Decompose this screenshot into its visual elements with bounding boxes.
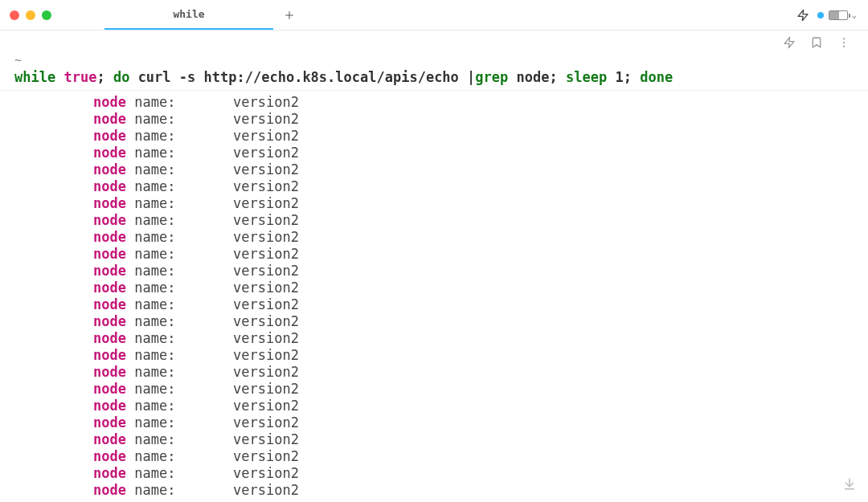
node-keyword: node [93, 431, 126, 447]
svg-marker-2 [798, 10, 808, 20]
spacer [175, 448, 233, 464]
node-keyword: node [93, 280, 126, 296]
node-keyword: node [93, 128, 126, 144]
kw-do: do [113, 69, 129, 85]
node-keyword: node [93, 161, 126, 178]
output-line: node name: version2 [0, 195, 868, 212]
name-label: name: [126, 145, 175, 161]
version-value: version2 [233, 94, 299, 110]
spacer [175, 280, 233, 296]
name-label: name: [126, 111, 175, 127]
spacer [175, 94, 233, 110]
node-keyword: node [93, 398, 126, 414]
bolt-icon[interactable] [796, 9, 809, 22]
command-line: while true; do curl -s http://echo.k8s.l… [0, 67, 868, 91]
action-row [0, 31, 868, 55]
node-keyword: node [93, 263, 126, 279]
name-label: name: [126, 195, 175, 211]
node-keyword: node [93, 465, 126, 481]
status-dot [817, 12, 824, 18]
node-keyword: node [93, 330, 126, 346]
output-line: node name: version2 [0, 448, 868, 465]
output-line: node name: version2 [0, 161, 868, 178]
version-value: version2 [233, 280, 299, 296]
output-line: node name: version2 [0, 128, 868, 145]
name-label: name: [126, 178, 175, 194]
version-value: version2 [233, 482, 299, 498]
output-line: node name: version2 [0, 296, 868, 313]
scroll-to-bottom-button[interactable] [842, 476, 857, 494]
output-line: node name: version2 [0, 431, 868, 448]
node-keyword: node [93, 145, 126, 161]
version-value: version2 [233, 465, 299, 481]
version-value: version2 [233, 212, 299, 228]
close-window-button[interactable] [10, 10, 19, 20]
version-value: version2 [233, 145, 299, 161]
node-keyword: node [93, 212, 126, 228]
version-value: version2 [233, 330, 299, 346]
kw-true: true [63, 69, 96, 85]
minimize-window-button[interactable] [26, 10, 35, 20]
version-value: version2 [233, 111, 299, 127]
svg-marker-3 [784, 37, 794, 47]
version-value: version2 [233, 161, 299, 178]
name-label: name: [126, 128, 175, 144]
spacer [175, 482, 233, 498]
version-value: version2 [233, 414, 299, 431]
name-label: name: [126, 482, 175, 498]
prompt-marker: ~ [0, 53, 868, 67]
version-value: version2 [233, 448, 299, 464]
name-label: name: [126, 364, 175, 380]
spacer [175, 178, 233, 194]
cmd-url: http://echo.k8s.local/apis/echo [204, 69, 459, 85]
spacer [175, 398, 233, 414]
bolt-icon[interactable] [783, 36, 796, 49]
add-tab-button[interactable] [278, 10, 301, 21]
spacer [175, 111, 233, 127]
output-line: node name: version2 [0, 94, 868, 111]
output-line: node name: version2 [0, 229, 868, 246]
maximize-window-button[interactable] [42, 10, 51, 20]
spacer [175, 128, 233, 144]
name-label: name: [126, 398, 175, 414]
output-line: node name: version2 [0, 482, 868, 499]
battery-indicator: ⌄ [817, 10, 857, 20]
name-label: name: [126, 313, 175, 329]
name-label: name: [126, 448, 175, 464]
name-label: name: [126, 381, 175, 397]
name-label: name: [126, 280, 175, 296]
output-line: node name: version2 [0, 398, 868, 414]
spacer [175, 313, 233, 329]
node-keyword: node [93, 195, 126, 211]
version-value: version2 [233, 381, 299, 397]
node-keyword: node [93, 414, 126, 431]
spacer [175, 195, 233, 211]
titlebar-right: ⌄ [796, 9, 857, 22]
version-value: version2 [233, 128, 299, 144]
output-line: node name: version2 [0, 347, 868, 364]
output-line: node name: version2 [0, 330, 868, 347]
node-keyword: node [93, 178, 126, 194]
chevron-down-icon[interactable]: ⌄ [851, 10, 857, 20]
spacer [175, 161, 233, 178]
output-line: node name: version2 [0, 465, 868, 482]
cmd-curl: curl [138, 69, 171, 85]
version-value: version2 [233, 229, 299, 245]
kw-sleep: sleep [566, 69, 607, 85]
cmd-flag: -s [179, 69, 195, 85]
name-label: name: [126, 296, 175, 312]
output-line: node name: version2 [0, 212, 868, 229]
version-value: version2 [233, 178, 299, 194]
tab-active[interactable]: while [104, 0, 273, 30]
output-line: node name: version2 [0, 381, 868, 398]
name-label: name: [126, 347, 175, 363]
version-value: version2 [233, 313, 299, 329]
cmd-grep: grep [475, 69, 508, 85]
terminal-output: node name: version2node name: version2no… [0, 91, 868, 499]
spacer [175, 263, 233, 279]
bookmark-icon[interactable] [810, 36, 823, 49]
svg-point-6 [843, 46, 845, 47]
name-label: name: [126, 414, 175, 431]
more-icon[interactable] [837, 36, 850, 49]
name-label: name: [126, 246, 175, 262]
